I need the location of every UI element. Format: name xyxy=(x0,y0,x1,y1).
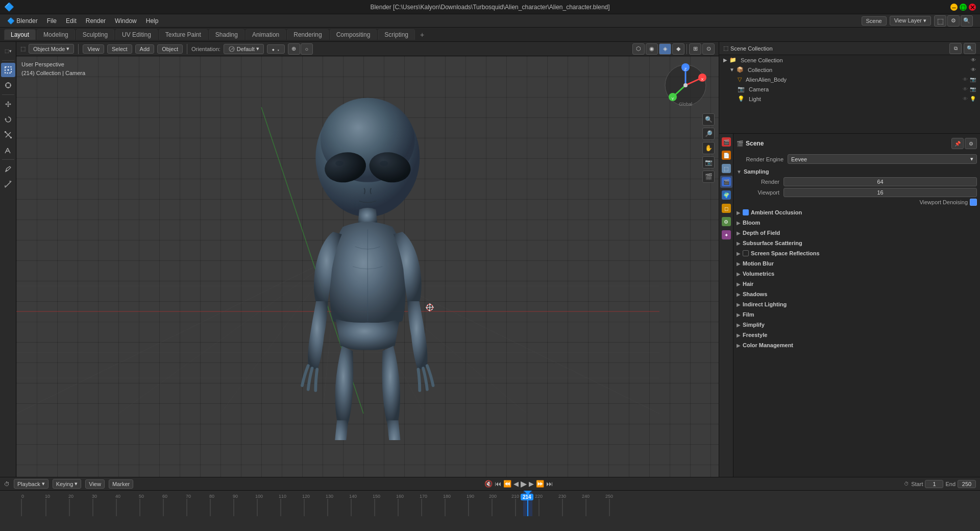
mode-selector[interactable]: ⬚▾ xyxy=(1,44,15,58)
prop-icon-world[interactable]: 🌍 xyxy=(720,189,732,201)
view-layer-selector[interactable]: View Layer ▾ xyxy=(890,16,931,26)
prop-icon-scene[interactable]: 🎬 xyxy=(720,176,732,188)
camera-render[interactable]: 📷 xyxy=(970,86,976,92)
section-volumetrics[interactable]: ▶ Volumetrics xyxy=(737,269,977,278)
zoom-out[interactable]: 🔎 xyxy=(702,128,715,140)
light-render[interactable]: 💡 xyxy=(970,96,976,102)
section-freestyle[interactable]: ▶ Freestyle xyxy=(737,330,977,340)
timeline-view-menu[interactable]: View xyxy=(85,479,105,489)
add-workspace-button[interactable]: + xyxy=(416,29,428,40)
viewport-material[interactable]: ◈ xyxy=(659,43,671,55)
tool-cursor[interactable] xyxy=(1,78,15,92)
tab-animation[interactable]: Animation xyxy=(246,29,286,40)
tool-transform[interactable] xyxy=(1,143,15,157)
sampling-section-header[interactable]: ▼ Sampling xyxy=(737,167,977,176)
viewport-samples-input[interactable]: 16 xyxy=(783,188,977,197)
viewport-solid[interactable]: ◉ xyxy=(646,43,658,55)
tab-rendering[interactable]: Rendering xyxy=(287,29,328,40)
section-depth_of_field[interactable]: ▶ Depth of Field xyxy=(737,228,977,237)
outliner-filter[interactable]: ⧉ xyxy=(949,43,962,54)
tool-annotate[interactable] xyxy=(1,162,15,176)
render-engine-select[interactable]: Eevee ▾ xyxy=(788,154,977,164)
tab-scripting[interactable]: Scripting xyxy=(378,29,415,40)
menu-file[interactable]: File xyxy=(43,16,61,26)
tab-compositing[interactable]: Compositing xyxy=(330,29,377,40)
section-checkbox-screen_space_reflections[interactable] xyxy=(743,250,749,256)
navigation-gizmo[interactable]: Z X Y Global xyxy=(663,62,708,108)
btn-mute-audio[interactable]: 🔇 xyxy=(484,480,493,488)
current-frame-display[interactable]: 214 xyxy=(521,494,533,500)
section-motion_blur[interactable]: ▶ Motion Blur xyxy=(737,259,977,268)
camera-view[interactable]: 📷 xyxy=(702,156,715,168)
btn-jump-end[interactable]: ⏭ xyxy=(546,480,553,488)
alien-body-render[interactable]: 📷 xyxy=(970,77,976,82)
props-pin[interactable]: 📌 xyxy=(951,138,964,149)
topbar-search[interactable]: 🔍 xyxy=(961,15,973,27)
tab-uv-editing[interactable]: UV Editing xyxy=(115,29,158,40)
render-samples-input[interactable]: 64 xyxy=(783,177,977,186)
tab-sculpting[interactable]: Sculpting xyxy=(76,29,114,40)
section-simplify[interactable]: ▶ Simplify xyxy=(737,320,977,329)
add-menu[interactable]: Add xyxy=(135,44,155,54)
keying-menu[interactable]: Keying ▾ xyxy=(53,479,82,489)
viewport-wire[interactable]: ⬡ xyxy=(632,43,645,55)
overlay-button[interactable]: ⊞ xyxy=(689,43,701,55)
tool-measure[interactable] xyxy=(1,177,15,191)
section-ambient_occlusion[interactable]: ▶ Ambient Occlusion xyxy=(737,208,977,217)
btn-play[interactable]: ▶ xyxy=(521,479,527,489)
prop-icon-object[interactable]: ◻ xyxy=(720,202,732,214)
minimize-button[interactable]: – xyxy=(950,4,958,11)
mode-dropdown[interactable]: Object Mode ▾ xyxy=(29,44,74,54)
scene-collection-eye[interactable]: 👁 xyxy=(971,57,976,63)
outliner-search[interactable]: 🔍 xyxy=(964,43,976,54)
tab-shading[interactable]: Shading xyxy=(209,29,244,40)
prop-icon-output[interactable]: 📄 xyxy=(720,149,732,161)
proportional-edit-button[interactable]: ○ xyxy=(301,43,313,55)
close-button[interactable]: ✕ xyxy=(969,4,976,11)
snap-button[interactable]: ⊕ xyxy=(288,43,300,55)
editor-type-icon[interactable]: ⬚ xyxy=(20,45,26,52)
prop-icon-render[interactable]: 🎬 xyxy=(720,136,732,148)
playback-menu[interactable]: Playback ▾ xyxy=(14,479,48,489)
section-hair[interactable]: ▶ Hair xyxy=(737,279,977,288)
section-checkbox-ambient_occlusion[interactable] xyxy=(743,209,749,215)
tool-scale[interactable] xyxy=(1,128,15,142)
section-subsurface_scattering[interactable]: ▶ Subsurface Scattering xyxy=(737,238,977,248)
view-menu[interactable]: View xyxy=(83,44,104,54)
orientation-dropdown[interactable]: Default ▾ xyxy=(224,44,264,54)
camera-visibility[interactable]: 👁 xyxy=(963,86,968,92)
section-shadows[interactable]: ▶ Shadows xyxy=(737,289,977,299)
menu-blender[interactable]: 🔷 Blender xyxy=(3,16,42,26)
menu-edit[interactable]: Edit xyxy=(62,16,81,26)
tool-move[interactable] xyxy=(1,97,15,111)
light-visibility[interactable]: 👁 xyxy=(963,96,968,102)
prop-icon-particles[interactable]: ✦ xyxy=(720,229,732,241)
viewport-render[interactable]: ◆ xyxy=(672,43,684,55)
tab-layout[interactable]: Layout xyxy=(4,29,36,40)
scene-selector[interactable]: Scene xyxy=(862,16,887,26)
object-menu[interactable]: Object xyxy=(157,44,183,54)
tab-texture-paint[interactable]: Texture Paint xyxy=(159,29,208,40)
timeline-ruler[interactable]: 0 10 20 30 40 50 60 70 80 90 100 110 120 xyxy=(0,491,980,531)
marker-menu[interactable]: Marker xyxy=(109,479,133,489)
topbar-icon-2[interactable]: ⚙ xyxy=(947,15,960,27)
alien-body-visibility[interactable]: 👁 xyxy=(963,77,968,82)
outliner-item-camera[interactable]: 📷 Camera 👁 📷 xyxy=(719,84,980,94)
menu-window[interactable]: Window xyxy=(111,16,141,26)
collection-eye[interactable]: 👁 xyxy=(971,67,976,73)
topbar-icon-1[interactable]: ⬚ xyxy=(934,15,946,27)
toggle-camera[interactable]: 🎬 xyxy=(702,171,715,183)
menu-help[interactable]: Help xyxy=(142,16,163,26)
props-settings[interactable]: ⚙ xyxy=(965,138,977,149)
outliner-item-collection[interactable]: ▼ 📦 Collection 👁 xyxy=(719,65,980,75)
prop-icon-view-layer[interactable]: ⬚ xyxy=(720,162,732,175)
pan-view[interactable]: ✋ xyxy=(702,142,715,154)
btn-prev-frame[interactable]: ◀ xyxy=(513,480,519,488)
pivot-dropdown[interactable]: ⬥ ▾ xyxy=(267,44,285,54)
btn-next-keyframe[interactable]: ⏩ xyxy=(536,480,544,488)
prop-icon-modifier[interactable]: ⚙ xyxy=(720,215,732,228)
tool-rotate[interactable] xyxy=(1,112,15,127)
end-frame-input[interactable]: 250 xyxy=(958,480,976,488)
btn-prev-keyframe[interactable]: ⏪ xyxy=(503,480,511,488)
maximize-button[interactable]: □ xyxy=(960,4,967,11)
